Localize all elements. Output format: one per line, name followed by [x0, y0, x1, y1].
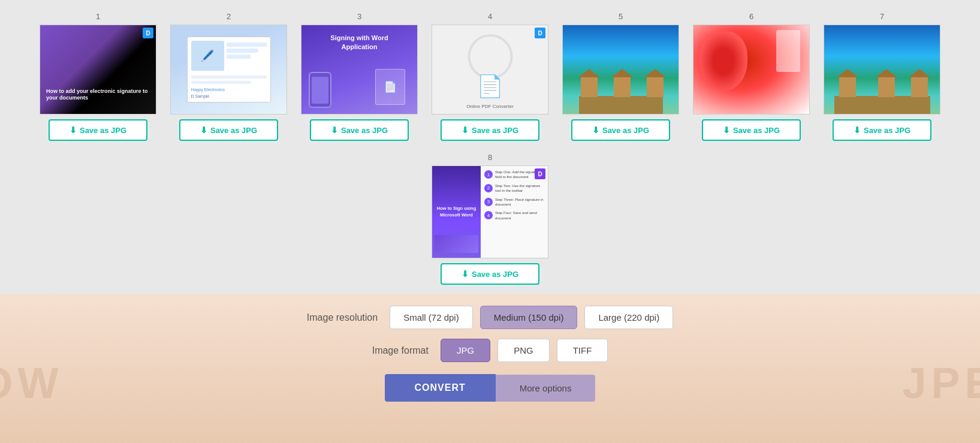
thumb-8-left-text: How to Sign using Microsoft Word: [436, 206, 477, 218]
fmt-btn-jpg[interactable]: JPG: [441, 339, 490, 362]
resolution-row: Image resolution Small (72 dpi) Medium (…: [0, 306, 980, 329]
page-number-4: 4: [488, 12, 492, 21]
page-number-5: 5: [619, 12, 623, 21]
save-label-2: Save as JPG: [210, 126, 257, 135]
fmt-btn-tiff[interactable]: TIFF: [557, 339, 608, 362]
page-thumb-2: 🖊️ Happy Electronics D Sample: [170, 25, 287, 114]
page-thumb-5: [562, 25, 679, 114]
save-jpg-btn-1[interactable]: ⬇ Save as JPG: [49, 119, 147, 141]
page-item-4: 4 D 📄 Online PDF Converter ⬇ Save as JPG: [430, 12, 550, 141]
action-row: CONVERT More options: [0, 374, 980, 402]
save-label-4: Save as JPG: [472, 126, 518, 135]
page-number-8: 8: [488, 153, 492, 162]
page-item-3: 3 Signing with Word Application 📄 ⬇ Save…: [300, 12, 420, 141]
download-icon-4: ⬇: [462, 125, 469, 135]
more-options-button[interactable]: More options: [496, 375, 596, 402]
page-row-2: 8 How to Sign using Microsoft Word 1 Ste…: [6, 153, 974, 285]
page-thumb-1: D How to add your electronic signature t…: [40, 25, 156, 114]
page-thumb-7: [824, 25, 940, 114]
badge-d-4: D: [535, 28, 545, 38]
page-thumb-8: How to Sign using Microsoft Word 1 Step …: [432, 165, 548, 258]
res-btn-large[interactable]: Large (220 dpi): [584, 306, 673, 329]
fmt-btn-png[interactable]: PNG: [497, 339, 550, 362]
page-item-5: 5 ⬇ Save as JPG: [561, 12, 681, 141]
page-number-1: 1: [96, 12, 100, 21]
save-label-6: Save as JPG: [733, 126, 780, 135]
download-icon-7: ⬇: [854, 125, 861, 135]
save-label-7: Save as JPG: [864, 126, 910, 135]
save-jpg-btn-6[interactable]: ⬇ Save as JPG: [702, 119, 801, 141]
save-jpg-btn-4[interactable]: ⬇ Save as JPG: [441, 119, 539, 141]
save-jpg-btn-5[interactable]: ⬇ Save as JPG: [571, 119, 670, 141]
main-area: 1 D How to add your electronic signature…: [0, 0, 980, 294]
page-thumb-4: D 📄 Online PDF Converter: [432, 25, 548, 114]
format-label: Image format: [372, 345, 429, 356]
res-btn-small[interactable]: Small (72 dpi): [390, 306, 473, 329]
download-icon-3: ⬇: [331, 125, 338, 135]
save-jpg-btn-2[interactable]: ⬇ Save as JPG: [179, 119, 278, 141]
download-icon-1: ⬇: [70, 125, 77, 135]
res-btn-medium[interactable]: Medium (150 dpi): [480, 306, 578, 329]
save-label-8: Save as JPG: [472, 270, 518, 279]
page-item-1: 1 D How to add your electronic signature…: [38, 12, 158, 141]
convert-button[interactable]: CONVERT: [385, 374, 496, 402]
page-thumb-3: Signing with Word Application 📄: [301, 25, 418, 114]
thumb-1-text: How to add your electronic signature to …: [46, 88, 156, 102]
controls-area: Image resolution Small (72 dpi) Medium (…: [0, 306, 980, 402]
download-icon-6: ⬇: [723, 125, 730, 135]
save-jpg-btn-7[interactable]: ⬇ Save as JPG: [833, 119, 931, 141]
page-number-2: 2: [227, 12, 231, 21]
page-number-6: 6: [749, 12, 753, 21]
save-label-1: Save as JPG: [80, 126, 126, 135]
download-icon-5: ⬇: [592, 125, 599, 135]
save-jpg-btn-8[interactable]: ⬇ Save as JPG: [441, 263, 539, 285]
page-item-2: 2 🖊️: [169, 12, 289, 141]
bottom-panel: HOW JPEG Image resolution Small (72 dpi)…: [0, 294, 980, 443]
save-jpg-btn-3[interactable]: ⬇ Save as JPG: [310, 119, 409, 141]
format-row: Image format JPG PNG TIFF: [0, 339, 980, 362]
download-icon-2: ⬇: [200, 125, 207, 135]
page-thumb-6: strawberry: [693, 25, 810, 114]
save-label-5: Save as JPG: [602, 126, 649, 135]
page-item-8: 8 How to Sign using Microsoft Word 1 Ste…: [430, 153, 550, 285]
resolution-label: Image resolution: [307, 312, 378, 323]
page-item-7: 7 ⬇ Save as JPG: [822, 12, 942, 141]
badge-d-1: D: [143, 28, 153, 38]
page-number-3: 3: [357, 12, 361, 21]
page-row-1: 1 D How to add your electronic signature…: [6, 12, 974, 141]
page-number-7: 7: [880, 12, 884, 21]
save-label-3: Save as JPG: [341, 126, 388, 135]
download-icon-8: ⬇: [462, 269, 469, 279]
page-item-6: 6 strawberry ⬇ Save as JPG: [692, 12, 812, 141]
